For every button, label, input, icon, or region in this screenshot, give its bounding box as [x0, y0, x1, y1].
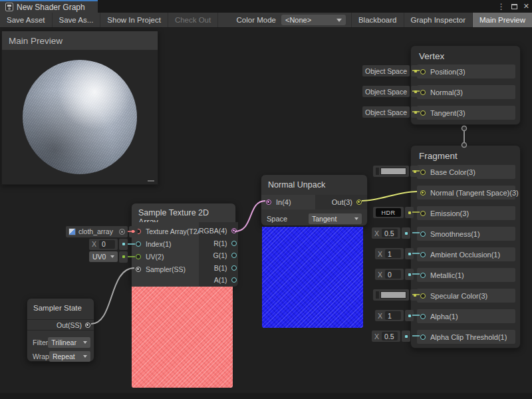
- port-label: In(4): [276, 198, 291, 206]
- input-row-index[interactable]: Index(1): [132, 237, 199, 250]
- graph-canvas[interactable]: Main Preview Vertex Position(3) Normal(3…: [0, 28, 532, 399]
- widget-tangent-space[interactable]: Object Space: [362, 106, 420, 118]
- widget-alpha-clip[interactable]: X0.5: [372, 331, 410, 342]
- node-sampler-state[interactable]: Sampler State Out(SS) Filter Trilinear W…: [27, 298, 94, 362]
- value-field[interactable]: 0: [99, 240, 115, 249]
- output-row-out-ss[interactable]: Out(SS): [27, 319, 94, 331]
- graph-tab[interactable]: New Shader Graph: [0, 0, 98, 13]
- vertex-row-normal[interactable]: Normal(3): [417, 85, 515, 99]
- value-field[interactable]: 1: [385, 249, 401, 258]
- fragment-row-alpha-clip[interactable]: Alpha Clip Threshold(1): [417, 330, 515, 344]
- widget-ambient-occlusion[interactable]: X1: [375, 248, 414, 259]
- port-label: Out(SS): [57, 321, 82, 329]
- port-tangent[interactable]: [420, 110, 426, 116]
- port-in[interactable]: [266, 200, 271, 205]
- resize-handle[interactable]: [148, 180, 154, 182]
- value-field[interactable]: 0.5: [382, 229, 398, 237]
- port-metallic[interactable]: [420, 273, 426, 278]
- object-picker-icon[interactable]: [119, 229, 125, 235]
- port-a[interactable]: [231, 277, 237, 283]
- widget-metallic[interactable]: X0: [375, 269, 414, 280]
- node-fragment[interactable]: Fragment Base Color(3) Normal (Tangent S…: [410, 145, 521, 348]
- fragment-row-metallic[interactable]: Metallic(1): [417, 268, 515, 282]
- fragment-row-base-color[interactable]: Base Color(3): [417, 165, 515, 179]
- connector-dot: [414, 111, 417, 114]
- port-ambient-occlusion[interactable]: [420, 252, 426, 257]
- graph-inspector-toggle[interactable]: Graph Inspector: [404, 13, 473, 27]
- output-row-b[interactable]: B(1): [199, 262, 238, 275]
- output-row-rgba[interactable]: RGBA(4): [199, 225, 238, 237]
- color-swatch[interactable]: [380, 291, 406, 299]
- close-icon[interactable]: ✕: [523, 3, 529, 10]
- widget-base-color[interactable]: [373, 166, 419, 177]
- widget-uv-channel[interactable]: UV0: [89, 251, 128, 263]
- node-vertex[interactable]: Vertex Position(3) Normal(3) Tangent(3): [410, 45, 521, 125]
- input-row-uv[interactable]: UV(2): [132, 250, 199, 263]
- port-emission[interactable]: [420, 211, 426, 216]
- maximize-icon[interactable]: [511, 4, 517, 9]
- vertex-row-tangent[interactable]: Tangent(3): [417, 106, 515, 120]
- port-alpha-clip-threshold[interactable]: [420, 334, 426, 340]
- node-normal-unpack[interactable]: Normal Unpack In(4) Out(3) Space Tangent: [261, 174, 368, 226]
- widget-emission[interactable]: HDR: [373, 207, 414, 218]
- filter-dropdown[interactable]: Trilinear: [48, 337, 90, 348]
- value-field[interactable]: 1: [385, 311, 401, 320]
- value-field[interactable]: 0: [385, 270, 401, 279]
- hdr-color-field[interactable]: HDR: [376, 208, 401, 217]
- port-uv[interactable]: [136, 254, 141, 259]
- color-swatch[interactable]: [380, 168, 406, 175]
- color-mode-dropdown[interactable]: <None>: [281, 15, 346, 25]
- fragment-row-specular-color[interactable]: Specular Color(3): [417, 289, 515, 303]
- port-normal-tangent-space[interactable]: [420, 190, 426, 196]
- input-row-in[interactable]: In(4): [261, 195, 315, 209]
- save-as-button[interactable]: Save As...: [53, 13, 101, 27]
- wrap-dropdown[interactable]: Repeat: [49, 351, 90, 362]
- main-preview-header[interactable]: Main Preview: [2, 31, 158, 50]
- x-label: X: [92, 240, 96, 248]
- port-g[interactable]: [231, 253, 237, 258]
- port-position[interactable]: [420, 69, 426, 74]
- save-asset-button[interactable]: Save Asset: [0, 13, 53, 27]
- value-field[interactable]: 0.5: [382, 332, 398, 340]
- input-row-sampler[interactable]: Sampler(SS): [132, 263, 199, 275]
- fragment-row-ambient-occlusion[interactable]: Ambient Occlusion(1): [417, 247, 515, 261]
- port-normal[interactable]: [420, 90, 426, 95]
- kebab-menu-icon[interactable]: ⋮: [497, 3, 505, 11]
- output-row-a[interactable]: A(1): [199, 274, 238, 287]
- output-row-out[interactable]: Out(3): [315, 195, 367, 209]
- port-out-ss[interactable]: [85, 323, 90, 328]
- port-smoothness[interactable]: [420, 231, 426, 237]
- space-dropdown[interactable]: Tangent: [309, 213, 362, 224]
- fragment-row-emission[interactable]: Emission(3): [417, 206, 515, 220]
- blackboard-toggle[interactable]: Blackboard: [351, 13, 404, 27]
- port-alpha[interactable]: [420, 314, 426, 319]
- port-specular-color[interactable]: [420, 293, 426, 299]
- widget-normal-space[interactable]: Object Space: [362, 86, 420, 97]
- uv-channel-dropdown[interactable]: UV0: [89, 251, 118, 262]
- widget-specular-color[interactable]: [373, 289, 419, 301]
- widget-index[interactable]: X0: [89, 239, 128, 250]
- output-row-r[interactable]: R(1): [199, 237, 238, 250]
- port-index[interactable]: [136, 241, 141, 247]
- widget-cloth-array[interactable]: cloth_array: [66, 226, 138, 237]
- output-row-g[interactable]: G(1): [199, 249, 238, 262]
- fragment-row-alpha[interactable]: Alpha(1): [417, 309, 515, 323]
- node-sample-texture-2d-array[interactable]: Sample Texture 2D Array Texture Array(T2…: [131, 203, 236, 286]
- widget-position-space[interactable]: Object Space: [362, 65, 420, 76]
- space-control-row: Space Tangent: [261, 212, 367, 225]
- main-preview-toggle[interactable]: Main Preview: [473, 13, 532, 27]
- port-base-color[interactable]: [420, 170, 426, 175]
- port-out[interactable]: [356, 200, 362, 205]
- input-row-texture-array[interactable]: Texture Array(T2A): [132, 225, 199, 237]
- main-preview-panel[interactable]: Main Preview: [1, 31, 158, 185]
- fragment-row-smoothness[interactable]: Smoothness(1): [417, 227, 515, 241]
- vertex-row-position[interactable]: Position(3): [417, 65, 515, 78]
- port-rgba[interactable]: [231, 228, 237, 233]
- port-b[interactable]: [231, 265, 237, 271]
- port-r[interactable]: [231, 241, 237, 246]
- widget-smoothness[interactable]: X0.5: [372, 227, 410, 239]
- port-sampler[interactable]: [136, 267, 141, 272]
- fragment-row-normal[interactable]: Normal (Tangent Space)(3): [417, 186, 515, 200]
- show-in-project-button[interactable]: Show In Project: [100, 13, 168, 27]
- widget-alpha[interactable]: X1: [375, 310, 414, 321]
